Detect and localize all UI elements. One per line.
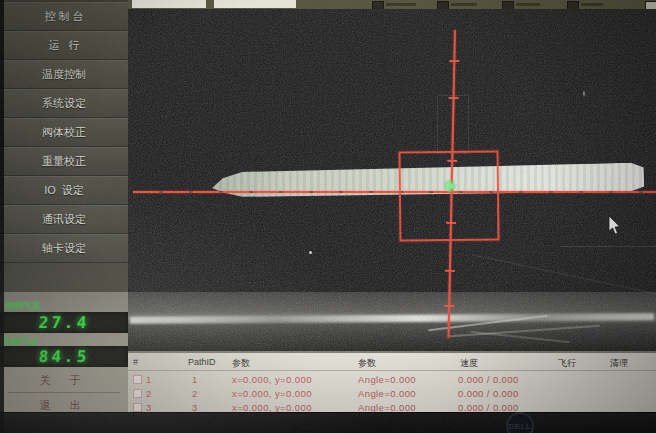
table-row[interactable]: 1 1 x=0.000, y=0.000 Angle=0.000 0.000 /… <box>128 373 656 386</box>
feed-pressure-value: 27.4 <box>0 312 129 333</box>
col-header-param1: 参数 <box>232 357 250 370</box>
roi-rectangle[interactable] <box>399 150 500 241</box>
sidebar-item-console[interactable]: 控 制 台 <box>0 2 128 31</box>
dust-speck <box>583 91 585 96</box>
toolbar-checkbox-label-smudge <box>581 3 603 6</box>
sidebar-divider <box>8 392 120 393</box>
row-select-checkbox[interactable] <box>133 389 142 398</box>
row-select-checkbox[interactable] <box>133 375 142 384</box>
valve-open-pressure-value: 84.5 <box>0 346 129 367</box>
col-header-fly: 飞行 <box>558 357 576 370</box>
about-button[interactable]: 关 于 <box>0 371 128 389</box>
param-angle-cell: Angle=0.000 <box>358 388 416 399</box>
crosshair-tick <box>444 305 454 307</box>
crosshair-tick <box>449 97 459 99</box>
toolbar-field[interactable] <box>214 0 296 8</box>
row-select-checkbox[interactable] <box>133 403 142 412</box>
sidebar-item-weight-calibration[interactable]: 重量校正 <box>0 147 128 176</box>
crosshair-tick <box>449 60 459 62</box>
sidebar-item-temperature-control[interactable]: 温度控制 <box>0 60 128 89</box>
path-id-cell: 2 <box>192 388 198 399</box>
faint-edge-line <box>560 246 656 247</box>
path-id-cell: 1 <box>192 374 198 385</box>
sidebar-item-valve-calibration[interactable]: 阀体校正 <box>0 118 128 147</box>
table-row[interactable]: 2 2 x=0.000, y=0.000 Angle=0.000 0.000 /… <box>128 387 656 400</box>
toolbar-checkbox-label-smudge <box>386 3 416 6</box>
col-header-param2: 参数 <box>358 357 376 370</box>
sidebar-item-io-settings[interactable]: IO 设定 <box>0 176 128 205</box>
col-header-clean: 清理 <box>610 357 628 370</box>
sidebar: 控 制 台 运 行 温度控制 系统设定 阀体校正 重量校正 IO 设定 通讯设定… <box>0 0 130 412</box>
top-toolbar-strip <box>128 0 656 9</box>
toolbar-checkbox-label-smudge <box>451 3 477 6</box>
row-number: 2 <box>146 388 152 399</box>
sidebar-item-communication-settings[interactable]: 通讯设定 <box>0 205 128 234</box>
monitor-brand-logo: DELL <box>506 412 534 433</box>
sidebar-item-system-settings[interactable]: 系统设定 <box>0 89 128 118</box>
machine-control-screen: 控 制 台 运 行 温度控制 系统设定 阀体校正 重量校正 IO 设定 通讯设定… <box>0 0 656 433</box>
col-header-index: # <box>133 357 138 367</box>
toolbar-checkbox-label-smudge <box>516 3 540 6</box>
col-header-speed: 速度 <box>460 357 478 370</box>
camera-viewport[interactable] <box>128 9 656 351</box>
valve-open-pressure-display: 84.5 <box>0 346 128 367</box>
col-header-pathid: PathID <box>188 357 216 367</box>
sidebar-lower-panel: 倒料气压 27.4 开阀气压 84.5 关 于 退 出 <box>0 292 128 412</box>
dust-speck <box>309 251 312 254</box>
crosshair-tick <box>445 270 455 272</box>
path-table: # PathID 参数 参数 速度 飞行 清理 1 1 x=0.000, y=0… <box>128 351 656 414</box>
sidebar-item-run[interactable]: 运 行 <box>0 31 128 60</box>
feed-pressure-display: 27.4 <box>0 312 128 333</box>
header-divider <box>128 370 656 371</box>
speed-cell: 0.000 / 0.000 <box>458 388 519 399</box>
sidebar-item-axis-card-settings[interactable]: 轴卡设定 <box>0 234 128 263</box>
param-xy-cell: x=0.000, y=0.000 <box>232 388 312 399</box>
monitor-bezel <box>0 412 656 433</box>
param-xy-cell: x=0.000, y=0.000 <box>232 374 312 385</box>
row-number: 1 <box>146 374 152 385</box>
speed-cell: 0.000 / 0.000 <box>458 374 519 385</box>
mouse-cursor-icon <box>608 216 622 236</box>
toolbar-field[interactable] <box>132 0 206 8</box>
dispense-point-marker <box>443 179 457 193</box>
monitor-bezel-left-edge <box>0 0 4 433</box>
sidebar-menu: 控 制 台 运 行 温度控制 系统设定 阀体校正 重量校正 IO 设定 通讯设定… <box>0 2 128 263</box>
faint-edge-line <box>472 254 656 297</box>
crosshair-horizontal-line <box>133 191 656 193</box>
param-angle-cell: Angle=0.000 <box>358 374 416 385</box>
